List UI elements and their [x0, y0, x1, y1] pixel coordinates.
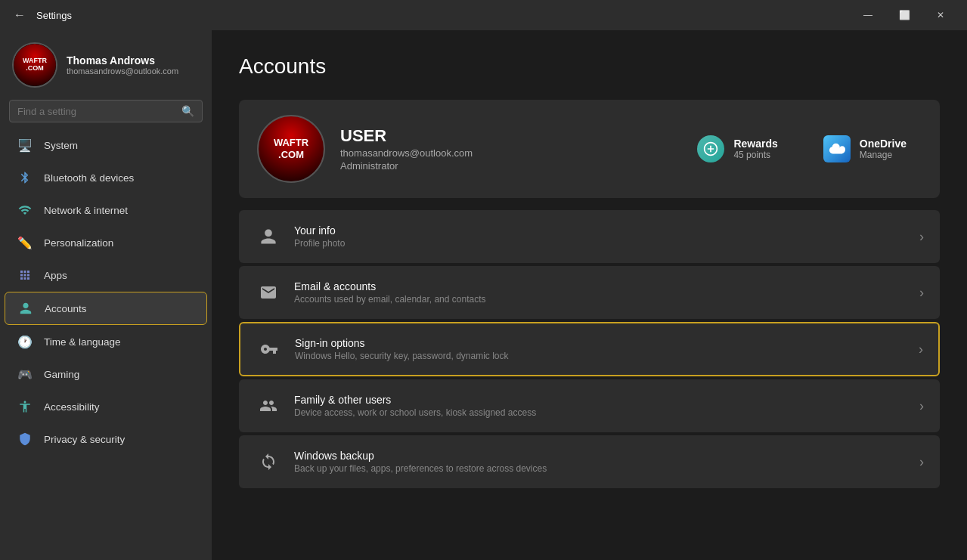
search-input[interactable] [17, 106, 175, 117]
backup-desc: Back up your files, apps, preferences to… [294, 463, 907, 474]
sidebar-item-accessibility[interactable]: Accessibility [5, 391, 207, 422]
settings-item-backup[interactable]: Windows backup Back up your files, apps,… [239, 435, 940, 488]
backup-text: Windows backup Back up your files, apps,… [294, 450, 907, 474]
minimize-button[interactable]: — [851, 3, 885, 27]
sidebar-nav: 🖥️ System Bluetooth & devices [0, 128, 212, 456]
chevron-right-icon: › [919, 229, 924, 245]
family-text: Family & other users Device access, work… [294, 394, 907, 418]
settings-item-email[interactable]: Email & accounts Accounts used by email,… [239, 266, 940, 319]
rewards-card[interactable]: Rewards 45 points [682, 128, 792, 170]
sidebar-item-accounts[interactable]: Accounts [5, 292, 207, 325]
sidebar-item-gaming[interactable]: 🎮 Gaming [5, 358, 207, 390]
family-desc: Device access, work or school users, kio… [294, 407, 907, 418]
apps-icon [17, 267, 33, 283]
sidebar-item-privacy[interactable]: Privacy & security [5, 423, 207, 455]
accessibility-icon [17, 398, 33, 415]
window-controls: — ⬜ ✕ [851, 3, 958, 27]
rewards-icon [697, 135, 724, 162]
settings-list: Your info Profile photo › Email & accoun… [239, 210, 940, 488]
sidebar-item-label: Personalization [44, 237, 113, 249]
avatar: WAFTR .COM [12, 42, 57, 88]
signin-text: Sign-in options Windows Hello, security … [295, 337, 907, 361]
sidebar-item-bluetooth[interactable]: Bluetooth & devices [5, 162, 207, 193]
sidebar-item-label: Network & internet [44, 205, 128, 216]
family-icon [255, 392, 282, 419]
backup-label: Windows backup [294, 450, 907, 462]
search-container: 🔍 [0, 97, 212, 128]
time-icon: 🕐 [17, 333, 33, 350]
user-role-label: Administrator [340, 160, 667, 172]
sidebar-item-label: Apps [44, 270, 67, 281]
your-info-label: Your info [294, 224, 907, 237]
user-details: USER thomasandrows@outlook.com Administr… [340, 126, 667, 172]
main-content: Accounts WAFTR .COM USER thomasandrows@o… [212, 30, 967, 560]
page-title: Accounts [239, 54, 940, 79]
privacy-icon [17, 431, 33, 447]
close-button[interactable]: ✕ [923, 3, 958, 27]
user-email: thomasandrows@outlook.com [340, 147, 667, 159]
email-desc: Accounts used by email, calendar, and co… [294, 294, 907, 305]
sidebar-item-label: Accounts [45, 303, 87, 314]
sidebar-item-system[interactable]: 🖥️ System [5, 129, 207, 161]
email-icon [255, 279, 282, 306]
search-icon: 🔍 [181, 105, 194, 117]
family-label: Family & other users [294, 394, 907, 406]
back-button[interactable]: ← [9, 5, 30, 26]
maximize-button[interactable]: ⬜ [887, 3, 922, 27]
profile-email: thomasandrows@outlook.com [67, 67, 178, 76]
user-avatar: WAFTR .COM [257, 115, 325, 183]
onedrive-icon [823, 135, 851, 162]
sidebar-item-personalization[interactable]: ✏️ Personalization [5, 227, 207, 258]
your-info-text: Your info Profile photo [294, 224, 907, 249]
sidebar-item-label: Time & language [44, 336, 121, 348]
signin-label: Sign-in options [295, 337, 907, 349]
titlebar: ← Settings — ⬜ ✕ [0, 0, 967, 30]
email-text: Email & accounts Accounts used by email,… [294, 280, 907, 305]
chevron-right-icon: › [919, 342, 923, 357]
sidebar-item-time[interactable]: 🕐 Time & language [5, 326, 207, 357]
chevron-right-icon: › [919, 285, 924, 301]
search-box: 🔍 [9, 100, 203, 122]
onedrive-text: OneDrive Manage [860, 138, 907, 160]
profile-name: Thomas Androws [67, 54, 178, 67]
sidebar-item-network[interactable]: Network & internet [5, 194, 207, 226]
sidebar-item-apps[interactable]: Apps [5, 259, 207, 291]
personalization-icon: ✏️ [17, 234, 33, 251]
settings-item-your-info[interactable]: Your info Profile photo › [239, 210, 940, 263]
onedrive-label: OneDrive [860, 138, 907, 150]
sidebar-item-label: Accessibility [44, 401, 100, 413]
sidebar-profile: WAFTR .COM Thomas Androws thomasandrows@… [0, 30, 212, 97]
accounts-icon [17, 300, 34, 317]
sidebar-item-label: System [44, 140, 78, 151]
profile-info: Thomas Androws thomasandrows@outlook.com [67, 54, 178, 76]
username: USER [340, 126, 667, 146]
sidebar-item-label: Privacy & security [44, 434, 125, 445]
backup-icon [255, 448, 282, 475]
app-title: Settings [36, 10, 851, 21]
settings-item-family[interactable]: Family & other users Device access, work… [239, 379, 940, 432]
user-card: WAFTR .COM USER thomasandrows@outlook.co… [239, 100, 940, 198]
chevron-right-icon: › [919, 398, 924, 414]
rewards-label: Rewards [733, 138, 777, 150]
gaming-icon: 🎮 [17, 366, 33, 382]
your-info-icon [255, 223, 282, 250]
network-icon [17, 202, 33, 218]
chevron-right-icon: › [919, 454, 924, 470]
onedrive-card[interactable]: OneDrive Manage [808, 128, 922, 170]
email-label: Email & accounts [294, 280, 907, 292]
sidebar-item-label: Gaming [44, 369, 79, 380]
system-icon: 🖥️ [17, 137, 33, 153]
rewards-text: Rewards 45 points [733, 138, 777, 160]
your-info-desc: Profile photo [294, 238, 907, 249]
signin-desc: Windows Hello, security key, password, d… [295, 351, 907, 361]
signin-icon [256, 336, 283, 363]
sidebar-item-label: Bluetooth & devices [44, 172, 134, 184]
rewards-value: 45 points [733, 150, 777, 160]
onedrive-action: Manage [860, 150, 907, 160]
settings-item-signin[interactable]: Sign-in options Windows Hello, security … [239, 322, 940, 376]
bluetooth-icon [17, 169, 33, 186]
sidebar: WAFTR .COM Thomas Androws thomasandrows@… [0, 30, 212, 560]
